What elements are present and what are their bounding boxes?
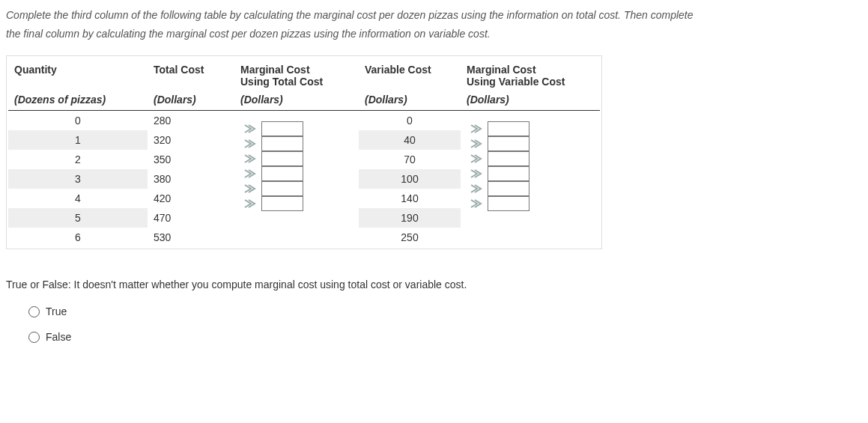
header-mc-variable-b: Using Variable Cost xyxy=(467,76,565,88)
header-mc-total-b: Using Total Cost xyxy=(240,76,323,88)
mc-total-slot xyxy=(240,151,353,166)
radio-icon xyxy=(28,332,40,343)
qty-cell: 6 xyxy=(8,228,148,247)
mc-total-input-5[interactable] xyxy=(261,181,303,196)
qty-cell: 0 xyxy=(8,111,148,131)
arrow-right-icon xyxy=(243,182,257,195)
mc-total-input-2[interactable] xyxy=(261,136,303,151)
mc-total-slot xyxy=(240,136,353,151)
arrow-right-icon xyxy=(243,167,257,180)
arrow-right-icon xyxy=(470,152,483,165)
arrow-right-icon xyxy=(470,167,483,180)
mc-variable-slot xyxy=(467,166,594,181)
arrow-right-icon xyxy=(470,122,483,136)
qty-cell: 2 xyxy=(8,150,148,169)
unit-quantity: (Dozens of pizzas) xyxy=(8,91,148,111)
header-total-cost: Total Cost xyxy=(148,58,234,91)
mc-variable-slot xyxy=(467,136,594,151)
unit-mc-variable: (Dollars) xyxy=(461,91,600,111)
tc-cell: 280 xyxy=(148,111,234,131)
mc-variable-input-4[interactable] xyxy=(488,166,529,181)
true-false-question: True or False: It doesn't matter whether… xyxy=(6,279,862,290)
arrow-right-icon xyxy=(470,182,483,195)
vc-cell: 70 xyxy=(359,150,461,169)
qty-cell: 3 xyxy=(8,169,148,189)
radio-label-true: True xyxy=(46,305,67,317)
mc-variable-slot xyxy=(467,196,594,211)
mc-total-input-1[interactable] xyxy=(261,121,303,136)
mc-total-slot xyxy=(240,196,353,211)
tc-cell: 420 xyxy=(148,189,234,208)
unit-mc-total: (Dollars) xyxy=(234,91,359,111)
mc-variable-input-3[interactable] xyxy=(488,151,529,166)
qty-cell: 4 xyxy=(8,189,148,208)
mc-variable-slot xyxy=(467,151,594,166)
instructions: Complete the third column of the followi… xyxy=(6,6,862,43)
instructions-line-2: the final column by calculating the marg… xyxy=(6,28,491,40)
radio-option-false[interactable]: False xyxy=(28,331,862,343)
arrow-right-icon xyxy=(243,137,257,150)
mc-variable-input-5[interactable] xyxy=(488,181,529,196)
radio-icon xyxy=(28,306,40,317)
unit-total-cost: (Dollars) xyxy=(148,91,234,111)
vc-cell: 140 xyxy=(359,189,461,208)
header-mc-variable: Marginal Cost Using Variable Cost xyxy=(461,58,600,91)
cost-table: Quantity Total Cost Marginal Cost Using … xyxy=(6,55,602,249)
qty-cell: 5 xyxy=(8,208,148,228)
tc-cell: 470 xyxy=(148,208,234,228)
vc-cell: 0 xyxy=(359,111,461,131)
arrow-right-icon xyxy=(243,197,257,210)
vc-cell: 190 xyxy=(359,208,461,228)
tc-cell: 530 xyxy=(148,228,234,247)
tc-cell: 380 xyxy=(148,169,234,189)
radio-label-false: False xyxy=(46,331,71,343)
mc-total-column xyxy=(234,111,359,248)
mc-variable-input-6[interactable] xyxy=(488,196,529,211)
mc-variable-column xyxy=(461,111,600,248)
mc-variable-slot xyxy=(467,121,594,136)
mc-total-input-4[interactable] xyxy=(261,166,303,181)
arrow-right-icon xyxy=(243,152,257,165)
header-mc-variable-a: Marginal Cost xyxy=(467,64,536,76)
header-mc-total-a: Marginal Cost xyxy=(240,64,310,76)
vc-cell: 100 xyxy=(359,169,461,189)
true-false-options: True False xyxy=(28,305,862,343)
header-variable-cost: Variable Cost xyxy=(359,58,461,91)
header-quantity: Quantity xyxy=(8,58,148,91)
header-mc-total: Marginal Cost Using Total Cost xyxy=(234,58,359,91)
mc-total-input-6[interactable] xyxy=(261,196,303,211)
mc-total-slot xyxy=(240,181,353,196)
arrow-right-icon xyxy=(243,122,257,136)
tc-cell: 320 xyxy=(148,130,234,150)
arrow-right-icon xyxy=(470,137,483,150)
mc-total-input-3[interactable] xyxy=(261,151,303,166)
instructions-line-1: Complete the third column of the followi… xyxy=(6,9,694,21)
qty-cell: 1 xyxy=(8,130,148,150)
unit-variable-cost: (Dollars) xyxy=(359,91,461,111)
mc-variable-slot xyxy=(467,181,594,196)
vc-cell: 250 xyxy=(359,228,461,247)
tc-cell: 350 xyxy=(148,150,234,169)
mc-variable-input-1[interactable] xyxy=(488,121,529,136)
mc-total-slot xyxy=(240,166,353,181)
radio-option-true[interactable]: True xyxy=(28,305,862,317)
mc-variable-input-2[interactable] xyxy=(488,136,529,151)
arrow-right-icon xyxy=(470,197,483,210)
vc-cell: 40 xyxy=(359,130,461,150)
mc-total-slot xyxy=(240,121,353,136)
